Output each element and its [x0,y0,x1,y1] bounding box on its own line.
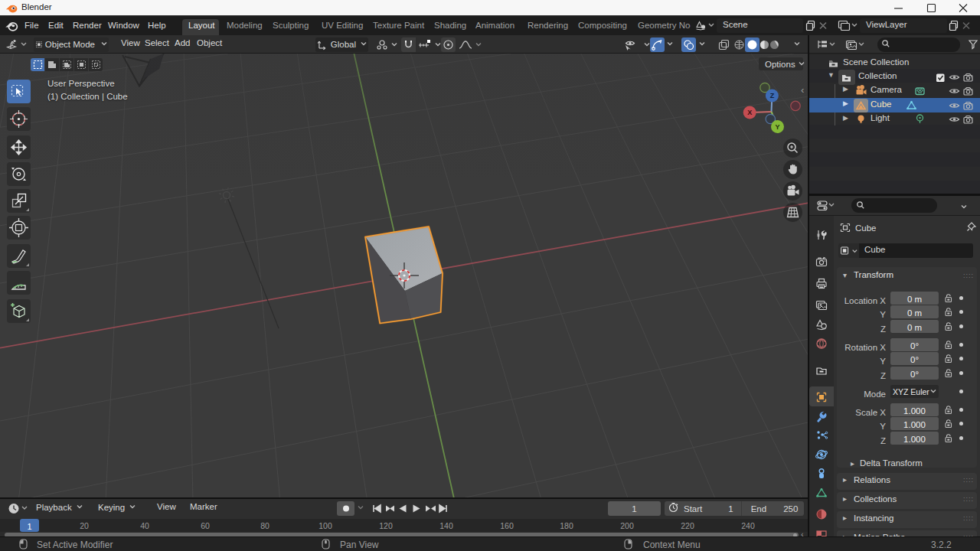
svg-text:X: X [747,109,752,116]
svg-text:Y: Y [775,123,779,131]
svg-text:Z: Z [770,92,775,99]
